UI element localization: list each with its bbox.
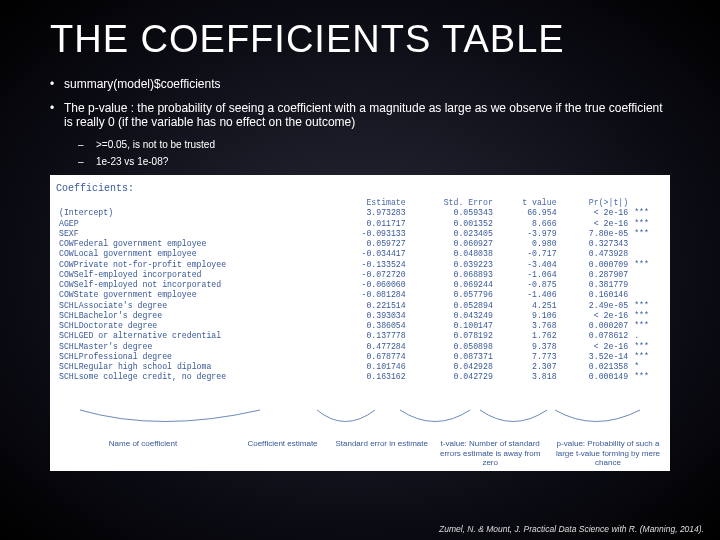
cell: 0.101746 (329, 362, 408, 372)
cell: SEXF (56, 229, 329, 239)
cell: < 2e-16 (560, 311, 632, 321)
slide-title: THE COEFFICIENTS TABLE (0, 0, 720, 69)
bullet-text: summary(model)$coefficients (64, 77, 221, 91)
cell: < 2e-16 (560, 208, 632, 218)
cell: 3.818 (496, 372, 560, 382)
col-estimate: Estimate (329, 198, 408, 208)
cell: 3.768 (496, 321, 560, 331)
cell: -0.072720 (329, 270, 408, 280)
table-row: COWSelf-employed not incorporated-0.0600… (56, 280, 664, 290)
cell: < 2e-16 (560, 342, 632, 352)
cell: 0.057796 (409, 290, 496, 300)
cell: SCHLBachelor's degree (56, 311, 329, 321)
cell: 0.068893 (409, 270, 496, 280)
cell: 8.666 (496, 219, 560, 229)
citation: Zumel, N. & Mount, J. Practical Data Sci… (439, 524, 704, 534)
cell: -0.093133 (329, 229, 408, 239)
cell: . (631, 331, 664, 341)
cell: 0.393034 (329, 311, 408, 321)
cell: 0.087371 (409, 352, 496, 362)
cell: 0.327343 (560, 239, 632, 249)
cell: -0.875 (496, 280, 560, 290)
table-row: SCHLProfessional degree0.6787740.0873717… (56, 352, 664, 362)
cell: *** (631, 229, 664, 239)
cell: *** (631, 260, 664, 270)
cell: (Intercept) (56, 208, 329, 218)
cell: *** (631, 301, 664, 311)
cell (631, 249, 664, 259)
cell: *** (631, 372, 664, 382)
cell: 0.011717 (329, 219, 408, 229)
cell: *** (631, 311, 664, 321)
label-pvalue: p-value: Probability of such a large t-v… (546, 439, 670, 467)
col-stderr: Std. Error (409, 198, 496, 208)
cell: -0.060060 (329, 280, 408, 290)
cell: COWSelf-employed incorporated (56, 270, 329, 280)
cell: 0.043249 (409, 311, 496, 321)
cell: 0.477284 (329, 342, 408, 352)
table-row: SCHLDoctorate degree0.3860540.1001473.76… (56, 321, 664, 331)
cell: -3.404 (496, 260, 560, 270)
cell: -0.717 (496, 249, 560, 259)
table-row: COWState government employee-0.0812840.0… (56, 290, 664, 300)
cell: 0.021358 (560, 362, 632, 372)
bullet-text: >=0.05, is not to be trusted (96, 139, 215, 150)
cell: *** (631, 208, 664, 218)
table-row: SCHLBachelor's degree0.3930340.0432499.1… (56, 311, 664, 321)
table-row: SCHLMaster's degree0.4772840.0508989.378… (56, 342, 664, 352)
cell: 0.137778 (329, 331, 408, 341)
cell: 0.042928 (409, 362, 496, 372)
label-stderr: Standard error in estimate (329, 439, 434, 467)
table-row: COWPrivate not-for-profit employee-0.133… (56, 260, 664, 270)
label-estimate: Coefficient estimate (236, 439, 329, 467)
table-row: SCHLRegular high school diploma0.1017460… (56, 362, 664, 372)
cell: -0.133524 (329, 260, 408, 270)
cell: 0.042729 (409, 372, 496, 382)
cell: SCHLDoctorate degree (56, 321, 329, 331)
cell: 0.039223 (409, 260, 496, 270)
table-row: COWFederal government employee0.0597270.… (56, 239, 664, 249)
cell: 3.52e-14 (560, 352, 632, 362)
cell: 0.048038 (409, 249, 496, 259)
cell: 0.163162 (329, 372, 408, 382)
col-name (56, 198, 329, 208)
cell: 9.106 (496, 311, 560, 321)
cell: COWSelf-employed not incorporated (56, 280, 329, 290)
cell: -1.064 (496, 270, 560, 280)
cell: SCHLsome college credit, no degree (56, 372, 329, 382)
cell: 0.980 (496, 239, 560, 249)
bullet-list: •summary(model)$coefficients •The p-valu… (0, 69, 720, 167)
coefficients-table: Estimate Std. Error t value Pr(>|t|) (In… (56, 198, 664, 383)
cell: *** (631, 342, 664, 352)
cell: 0.000207 (560, 321, 632, 331)
cell: SCHLGED or alternative credential (56, 331, 329, 341)
table-row: COWSelf-employed incorporated-0.0727200.… (56, 270, 664, 280)
table-row: (Intercept)3.9732830.05934366.954< 2e-16… (56, 208, 664, 218)
col-pvalue: Pr(>|t|) (560, 198, 632, 208)
cell: 0.221514 (329, 301, 408, 311)
table-row: SCHLAssociate's degree0.2215140.0528944.… (56, 301, 664, 311)
cell: 0.473928 (560, 249, 632, 259)
column-annotations: Name of coefficient Coefficient estimate… (50, 439, 670, 467)
cell: -1.406 (496, 290, 560, 300)
cell: SCHLMaster's degree (56, 342, 329, 352)
cell: COWState government employee (56, 290, 329, 300)
bullet-text: The p-value : the probability of seeing … (64, 101, 670, 129)
cell: * (631, 362, 664, 372)
table-row: AGEP0.0117170.0013528.666< 2e-16*** (56, 219, 664, 229)
cell (631, 239, 664, 249)
cell: 0.023405 (409, 229, 496, 239)
cell: -0.034417 (329, 249, 408, 259)
label-name: Name of coefficient (50, 439, 236, 467)
cell: 0.386054 (329, 321, 408, 331)
table-caption: Coefficients: (56, 183, 664, 194)
table-row: SEXF-0.0931330.023405-3.9797.80e-05*** (56, 229, 664, 239)
cell: 0.078612 (560, 331, 632, 341)
cell: SCHLProfessional degree (56, 352, 329, 362)
table-header-row: Estimate Std. Error t value Pr(>|t|) (56, 198, 664, 208)
cell: 0.069244 (409, 280, 496, 290)
label-tvalue: t-value: Number of standard errors estim… (434, 439, 546, 467)
sub-bullet-item: –1e-23 vs 1e-08? (78, 156, 670, 167)
cell: 0.050898 (409, 342, 496, 352)
cell (631, 290, 664, 300)
